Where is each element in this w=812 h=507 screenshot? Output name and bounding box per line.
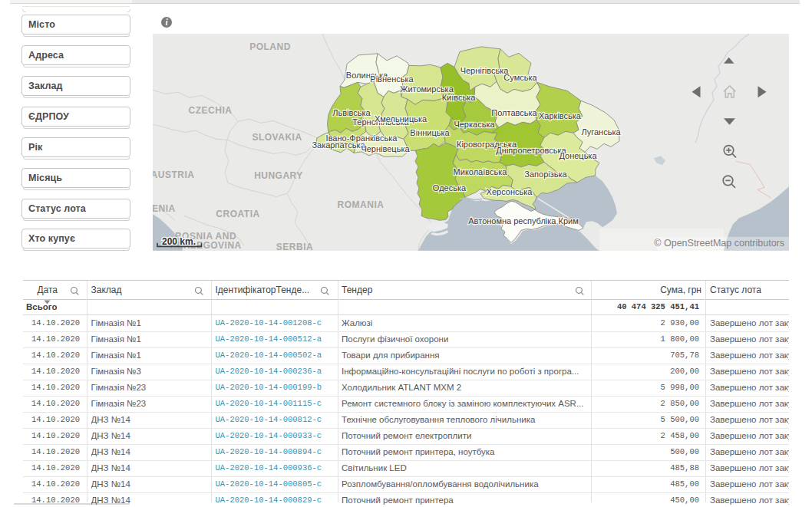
svg-text:Черкаська: Черкаська [454,120,495,129]
svg-text:Чернівецька: Чернівецька [361,144,410,153]
svg-text:HUNGARY: HUNGARY [254,170,303,181]
svg-text:Полтавська: Полтавська [491,108,537,117]
svg-text:Запорізька: Запорізька [524,170,567,179]
svg-text:SERBIA: SERBIA [276,242,313,251]
svg-text:CZECHIA: CZECHIA [189,105,233,116]
svg-text:POLAND: POLAND [249,41,291,52]
svg-text:SLOVAKIA: SLOVAKIA [252,132,302,143]
svg-text:Луганська: Луганська [581,127,621,137]
svg-text:Закарпатська: Закарпатська [312,140,365,150]
svg-text:Хмельницька: Хмельницька [375,114,427,123]
svg-text:© OpenStreetMap contributors: © OpenStreetMap contributors [654,238,784,249]
svg-text:Херсонська: Херсонська [487,187,533,196]
svg-text:Автономна республіка Крим: Автономна республіка Крим [468,216,578,226]
svg-text:Миколаївська: Миколаївська [454,167,508,176]
svg-text:Дніпропетровська: Дніпропетровська [496,146,566,155]
svg-text:Київська: Київська [442,93,477,102]
svg-text:SLOVENIA: SLOVENIA [153,203,176,214]
svg-text:Харківська: Харківська [539,111,582,120]
svg-text:Вінницька: Вінницька [410,128,450,137]
svg-text:200 km.: 200 km. [162,236,196,247]
svg-text:Одеська: Одеська [433,183,467,193]
svg-text:CROATIA: CROATIA [216,209,259,219]
svg-text:Сумська: Сумська [503,73,537,82]
svg-text:AUSTRIA: AUSTRIA [153,170,194,180]
svg-text:Рівненська: Рівненська [370,74,414,84]
svg-text:Донецька: Донецька [559,151,597,160]
svg-text:Львівська: Львівська [332,108,371,117]
svg-text:Чернігівська: Чернігівська [460,66,510,75]
svg-text:ROMANIA: ROMANIA [338,199,385,210]
